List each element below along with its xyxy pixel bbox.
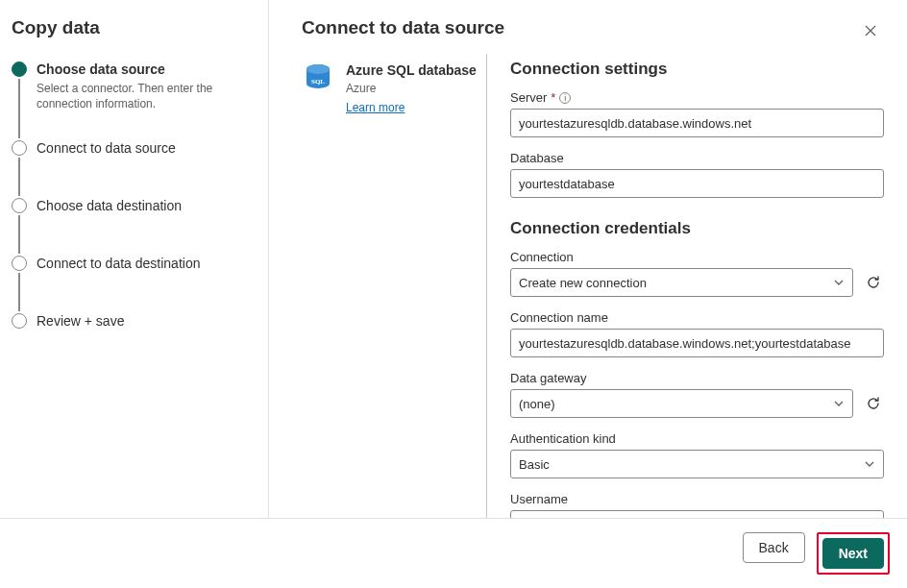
wizard-step-choose-data-source[interactable]: Choose data source Select a connector. T… (12, 61, 247, 140)
wizard-step-review-save[interactable]: Review + save (12, 313, 247, 329)
svg-text:SQL: SQL (311, 78, 325, 86)
username-label: Username (510, 492, 884, 506)
step-marker-icon (12, 313, 27, 329)
close-icon (865, 25, 876, 37)
source-name: Azure SQL database (346, 61, 477, 80)
wizard-step-label: Choose data destination (37, 198, 182, 213)
wizard-step-connect-to-data-source[interactable]: Connect to data source (12, 140, 247, 198)
source-summary: SQL Azure SQL database Azure Learn more (302, 54, 486, 518)
wizard-step-label: Choose data source (37, 61, 247, 77)
server-field: Server * i (510, 90, 884, 137)
page-title: Connect to data source (302, 17, 504, 38)
step-marker-active-icon (12, 61, 27, 77)
connection-form: Connection settings Server * i Database … (510, 54, 907, 518)
wizard-step-label: Review + save (37, 313, 124, 329)
connection-name-label: Connection name (510, 310, 884, 325)
azure-sql-database-icon: SQL (302, 61, 334, 94)
server-input[interactable] (510, 109, 884, 137)
wizard-step-label: Connect to data destination (37, 256, 200, 271)
database-input[interactable] (510, 169, 884, 198)
data-gateway-select[interactable]: (none) (510, 389, 853, 418)
connection-settings-heading: Connection settings (510, 60, 884, 79)
step-marker-icon (12, 198, 27, 213)
connection-name-input[interactable] (510, 329, 884, 357)
next-button[interactable]: Next (822, 538, 884, 569)
step-marker-icon (12, 256, 27, 271)
refresh-connection-button[interactable] (863, 272, 884, 293)
back-button[interactable]: Back (743, 532, 805, 563)
wizard-step-connect-to-data-destination[interactable]: Connect to data destination (12, 256, 247, 313)
refresh-icon (866, 275, 881, 290)
username-field: Username (510, 492, 884, 518)
refresh-gateway-button[interactable] (863, 393, 884, 414)
connection-credentials-heading: Connection credentials (510, 219, 884, 238)
dialog-footer: Back Next (0, 518, 907, 588)
wizard-step-choose-data-destination[interactable]: Choose data destination (12, 198, 247, 256)
authentication-label: Authentication kind (510, 431, 884, 446)
data-gateway-label: Data gateway (510, 371, 884, 385)
database-field: Database (510, 151, 884, 198)
authentication-field: Authentication kind Basic (510, 431, 884, 478)
data-gateway-field: Data gateway (none) (510, 371, 884, 418)
server-label: Server (510, 90, 547, 105)
wizard-step-label: Connect to data source (37, 140, 176, 156)
refresh-icon (866, 396, 881, 411)
vertical-divider (486, 54, 487, 518)
info-icon[interactable]: i (559, 92, 571, 104)
connection-name-field: Connection name (510, 310, 884, 357)
authentication-select[interactable]: Basic (510, 450, 884, 478)
step-marker-icon (12, 140, 27, 156)
required-asterisk-icon: * (551, 90, 555, 105)
wizard-nav: Copy data Choose data source Select a co… (0, 0, 269, 518)
wizard-title: Copy data (12, 17, 247, 38)
svg-point-1 (306, 64, 330, 74)
main-panel: Connect to data source SQL (269, 0, 907, 518)
learn-more-link[interactable]: Learn more (346, 101, 404, 114)
highlight-annotation: Next (817, 532, 890, 575)
connection-label: Connection (510, 250, 884, 264)
source-publisher: Azure (346, 81, 477, 96)
connection-field: Connection Create new connection (510, 250, 884, 297)
connection-select[interactable]: Create new connection (510, 268, 853, 297)
close-button[interactable] (857, 17, 884, 44)
wizard-step-desc: Select a connector. Then enter the conne… (37, 81, 247, 111)
username-input[interactable] (510, 510, 884, 518)
database-label: Database (510, 151, 884, 165)
